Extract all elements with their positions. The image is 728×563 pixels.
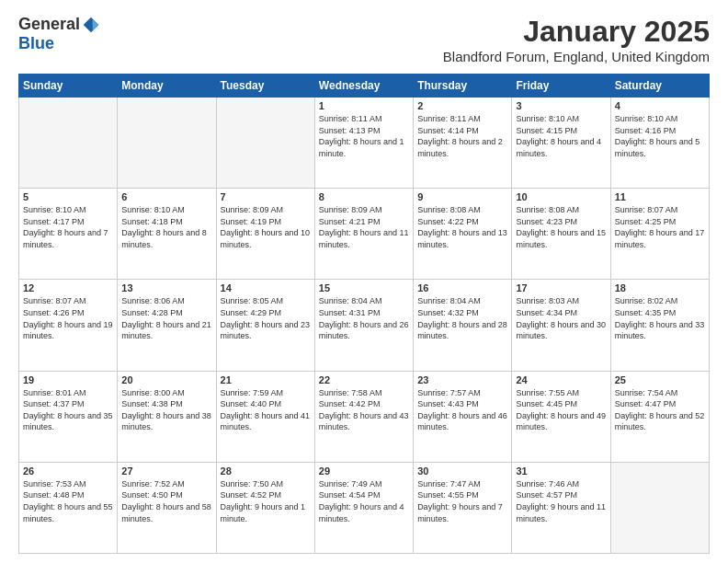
calendar-cell: 5Sunrise: 8:10 AMSunset: 4:17 PMDaylight… [19,189,118,280]
day-info: Sunrise: 8:11 AMSunset: 4:14 PMDaylight:… [417,113,507,159]
month-title: January 2025 [443,15,710,49]
day-number: 27 [121,465,211,477]
day-info: Sunrise: 8:07 AMSunset: 4:26 PMDaylight:… [23,295,113,341]
calendar-cell: 16Sunrise: 8:04 AMSunset: 4:32 PMDayligh… [414,280,512,371]
calendar-cell: 7Sunrise: 8:09 AMSunset: 4:19 PMDaylight… [216,189,314,280]
day-number: 3 [516,100,606,111]
day-number: 15 [319,282,409,293]
day-number: 20 [121,374,211,385]
logo-icon [82,16,100,34]
week-row-4: 19Sunrise: 8:01 AMSunset: 4:37 PMDayligh… [19,371,710,462]
day-info: Sunrise: 8:01 AMSunset: 4:37 PMDaylight:… [23,387,113,433]
day-number: 6 [121,191,211,202]
day-number: 21 [221,374,311,385]
week-row-5: 26Sunrise: 7:53 AMSunset: 4:48 PMDayligh… [19,462,710,553]
day-number: 11 [615,191,705,202]
col-sunday: Sunday [19,75,118,98]
calendar-cell: 15Sunrise: 8:04 AMSunset: 4:31 PMDayligh… [314,280,413,371]
day-number: 30 [417,465,507,477]
day-number: 8 [319,191,409,202]
col-monday: Monday [118,75,216,98]
logo: General Blue [18,15,100,53]
day-number: 16 [417,282,507,293]
col-wednesday: Wednesday [314,75,413,98]
day-number: 31 [516,465,606,477]
calendar-cell: 12Sunrise: 8:07 AMSunset: 4:26 PMDayligh… [19,280,118,371]
day-info: Sunrise: 7:54 AMSunset: 4:47 PMDaylight:… [615,387,705,433]
day-number: 1 [319,100,409,111]
calendar-cell: 22Sunrise: 7:58 AMSunset: 4:42 PMDayligh… [314,371,413,462]
calendar-cell: 9Sunrise: 8:08 AMSunset: 4:22 PMDaylight… [414,189,512,280]
day-info: Sunrise: 8:04 AMSunset: 4:32 PMDaylight:… [417,295,507,341]
title-block: January 2025 Blandford Forum, England, U… [443,15,710,64]
day-number: 4 [615,100,705,111]
calendar-cell: 4Sunrise: 8:10 AMSunset: 4:16 PMDaylight… [610,98,709,189]
day-info: Sunrise: 7:52 AMSunset: 4:50 PMDaylight:… [121,478,211,524]
day-info: Sunrise: 8:11 AMSunset: 4:13 PMDaylight:… [319,113,409,159]
calendar-cell: 27Sunrise: 7:52 AMSunset: 4:50 PMDayligh… [118,462,216,553]
day-number: 17 [516,282,606,293]
day-info: Sunrise: 8:06 AMSunset: 4:28 PMDaylight:… [121,295,211,341]
day-number: 7 [221,191,311,202]
calendar-cell: 25Sunrise: 7:54 AMSunset: 4:47 PMDayligh… [610,371,709,462]
day-number: 22 [319,374,409,385]
week-row-3: 12Sunrise: 8:07 AMSunset: 4:26 PMDayligh… [19,280,710,371]
calendar-cell: 21Sunrise: 7:59 AMSunset: 4:40 PMDayligh… [216,371,314,462]
day-info: Sunrise: 7:55 AMSunset: 4:45 PMDaylight:… [516,387,606,433]
calendar: Sunday Monday Tuesday Wednesday Thursday… [18,74,710,554]
day-info: Sunrise: 7:49 AMSunset: 4:54 PMDaylight:… [319,478,409,524]
day-number: 12 [23,282,113,293]
calendar-cell: 31Sunrise: 7:46 AMSunset: 4:57 PMDayligh… [512,462,610,553]
day-info: Sunrise: 8:08 AMSunset: 4:23 PMDaylight:… [516,204,606,250]
day-info: Sunrise: 8:04 AMSunset: 4:31 PMDaylight:… [319,295,409,341]
calendar-cell: 10Sunrise: 8:08 AMSunset: 4:23 PMDayligh… [512,189,610,280]
calendar-cell: 30Sunrise: 7:47 AMSunset: 4:55 PMDayligh… [414,462,512,553]
day-number: 9 [417,191,507,202]
day-info: Sunrise: 8:10 AMSunset: 4:16 PMDaylight:… [615,113,705,159]
svg-marker-1 [93,18,99,30]
day-info: Sunrise: 7:59 AMSunset: 4:40 PMDaylight:… [221,387,311,433]
day-number: 28 [221,465,311,477]
day-info: Sunrise: 8:07 AMSunset: 4:25 PMDaylight:… [615,204,705,250]
day-info: Sunrise: 8:02 AMSunset: 4:35 PMDaylight:… [615,295,705,341]
day-number: 13 [121,282,211,293]
calendar-cell: 11Sunrise: 8:07 AMSunset: 4:25 PMDayligh… [610,189,709,280]
calendar-cell: 3Sunrise: 8:10 AMSunset: 4:15 PMDaylight… [512,98,610,189]
calendar-cell: 20Sunrise: 8:00 AMSunset: 4:38 PMDayligh… [118,371,216,462]
day-number: 24 [516,374,606,385]
logo-blue-text: Blue [18,34,54,52]
day-number: 25 [615,374,705,385]
calendar-cell: 19Sunrise: 8:01 AMSunset: 4:37 PMDayligh… [19,371,118,462]
day-info: Sunrise: 7:58 AMSunset: 4:42 PMDaylight:… [319,387,409,433]
col-friday: Friday [512,75,610,98]
day-info: Sunrise: 8:08 AMSunset: 4:22 PMDaylight:… [417,204,507,250]
calendar-cell: 23Sunrise: 7:57 AMSunset: 4:43 PMDayligh… [414,371,512,462]
day-number: 18 [615,282,705,293]
col-thursday: Thursday [414,75,512,98]
calendar-cell [19,98,118,189]
calendar-header-row: Sunday Monday Tuesday Wednesday Thursday… [19,75,710,98]
day-info: Sunrise: 7:53 AMSunset: 4:48 PMDaylight:… [23,478,113,524]
header: General Blue January 2025 Blandford Foru… [18,15,710,64]
calendar-cell: 6Sunrise: 8:10 AMSunset: 4:18 PMDaylight… [118,189,216,280]
calendar-cell: 24Sunrise: 7:55 AMSunset: 4:45 PMDayligh… [512,371,610,462]
day-info: Sunrise: 8:10 AMSunset: 4:18 PMDaylight:… [121,204,211,250]
day-info: Sunrise: 8:10 AMSunset: 4:15 PMDaylight:… [516,113,606,159]
day-number: 10 [516,191,606,202]
calendar-cell: 1Sunrise: 8:11 AMSunset: 4:13 PMDaylight… [314,98,413,189]
calendar-cell [610,462,709,553]
week-row-1: 1Sunrise: 8:11 AMSunset: 4:13 PMDaylight… [19,98,710,189]
day-number: 23 [417,374,507,385]
day-info: Sunrise: 7:46 AMSunset: 4:57 PMDaylight:… [516,478,606,524]
day-number: 5 [23,191,113,202]
calendar-cell: 28Sunrise: 7:50 AMSunset: 4:52 PMDayligh… [216,462,314,553]
day-info: Sunrise: 8:05 AMSunset: 4:29 PMDaylight:… [221,295,311,341]
day-number: 26 [23,465,113,477]
calendar-cell: 14Sunrise: 8:05 AMSunset: 4:29 PMDayligh… [216,280,314,371]
calendar-cell: 26Sunrise: 7:53 AMSunset: 4:48 PMDayligh… [19,462,118,553]
day-info: Sunrise: 7:57 AMSunset: 4:43 PMDaylight:… [417,387,507,433]
day-number: 29 [319,465,409,477]
day-info: Sunrise: 8:09 AMSunset: 4:21 PMDaylight:… [319,204,409,250]
week-row-2: 5Sunrise: 8:10 AMSunset: 4:17 PMDaylight… [19,189,710,280]
calendar-cell: 17Sunrise: 8:03 AMSunset: 4:34 PMDayligh… [512,280,610,371]
